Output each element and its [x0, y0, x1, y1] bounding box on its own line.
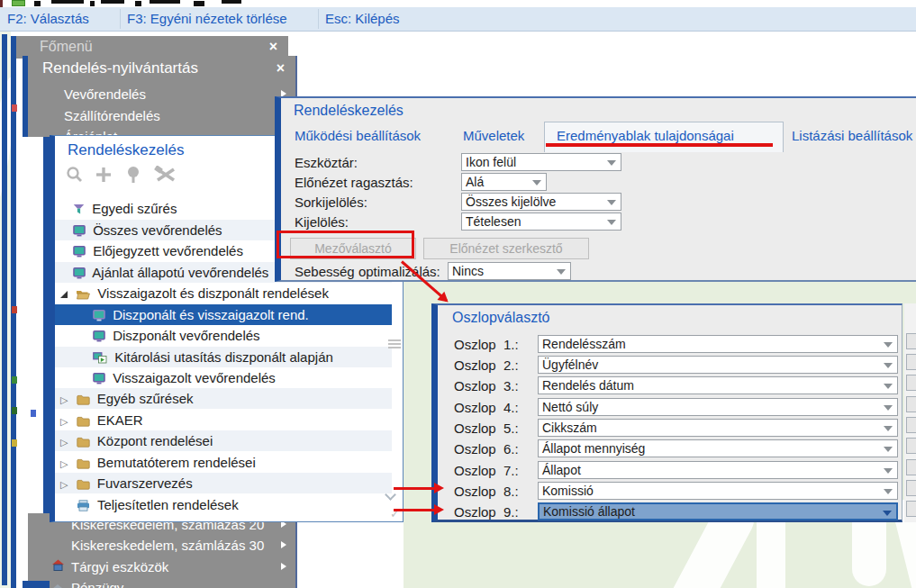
dropdown-value: Rendelés dátum — [542, 378, 634, 393]
tree-item[interactable]: ▷ Egyéb szűrések — [55, 388, 392, 409]
close-icon[interactable]: × — [269, 40, 277, 54]
column-7-dropdown[interactable]: Állapot — [538, 461, 898, 479]
view-icon — [93, 369, 105, 388]
tree-item-label: Egyéb szűrések — [97, 391, 194, 406]
tree-item[interactable]: ▷ EKAER — [55, 410, 392, 430]
kijeloles-dropdown[interactable]: Tételesen — [461, 213, 621, 231]
column-6-dropdown[interactable]: Állapot mennyiség — [538, 439, 898, 457]
hotkey-esc[interactable]: Esc: Kilépés — [325, 11, 400, 26]
clipped-control — [906, 354, 916, 370]
tab-eredmenyablak-tulajdonsagai[interactable]: Eredményablak tulajdonságai — [557, 128, 734, 143]
caret-collapsed-icon[interactable]: ▷ — [60, 412, 68, 430]
caret-collapsed-icon[interactable]: ▷ — [60, 432, 68, 451]
add-icon[interactable] — [95, 166, 113, 187]
dropdown-value: Állapot mennyiség — [542, 441, 645, 456]
column-picker-title: Oszlopválasztó — [452, 310, 550, 326]
column-8-dropdown[interactable]: Komissió — [538, 482, 898, 500]
chevron-down-icon — [884, 384, 893, 389]
tree-item[interactable]: ▷ Fuvarszervezés — [55, 473, 392, 493]
column-3-dropdown[interactable]: Rendelés dátum — [538, 376, 898, 394]
tree-item[interactable]: Teljesítetlen rendelések — [55, 494, 392, 515]
chevron-down-icon — [884, 489, 893, 494]
filter-icon — [73, 200, 85, 219]
tab-muveletek[interactable]: Műveletek — [463, 128, 524, 143]
dropdown-value: Komissió állapot — [543, 504, 635, 519]
order-menu: Rendelés-nyilvántartás × Vevőrendelés Sz… — [23, 56, 297, 137]
clipped-glyph — [90, 1, 95, 6]
menu-item[interactable]: Kiskereskedelem, számlázás 30 — [71, 538, 264, 553]
column-4-dropdown[interactable]: Nettó súly — [538, 398, 898, 416]
clipped-glyph — [150, 0, 180, 4]
tree-item-label: Visszaigazolt vevőrendelés — [113, 370, 276, 385]
clipped-menu-icon — [12, 407, 17, 414]
clipped-control — [906, 459, 916, 475]
column-row-label: Oszlop 6.: — [454, 441, 519, 457]
tree-view-icon[interactable] — [123, 166, 143, 187]
hotkey-f3[interactable]: F3: Egyéni nézetek törlése — [127, 11, 287, 26]
tree-item-selected[interactable]: Diszponált és visszaigazolt rend. — [55, 304, 392, 325]
close-icon[interactable]: × — [277, 61, 285, 76]
tab-mukodesi-beallitasok[interactable]: Működési beállítások — [295, 128, 421, 143]
clipped-glyph — [222, 0, 241, 4]
view-icon — [73, 242, 86, 261]
menu-item[interactable]: Pénzügy — [71, 580, 123, 588]
tree-item-label: Diszponált és visszaigazolt rend. — [113, 307, 309, 322]
column-1-dropdown[interactable]: Rendelésszám — [538, 335, 898, 353]
chevron-down-icon — [884, 405, 893, 411]
menu-item[interactable]: Vevőrendelés — [64, 86, 146, 102]
folder-icon — [77, 454, 90, 473]
tree-item[interactable]: ▷ Központ rendelései — [55, 430, 392, 451]
transfer-view-icon — [93, 348, 107, 367]
tree-item-label: EKAER — [97, 412, 143, 428]
dropdown-value: Ügyfélnév — [542, 357, 598, 372]
clipped-control — [906, 396, 916, 412]
column-row-label: Oszlop 5.: — [454, 421, 519, 436]
annotation-arrow-line — [394, 509, 435, 511]
settings-window-title: Rendeléskezelés — [294, 103, 404, 119]
clipped-glyph — [194, 1, 204, 6]
chevron-down-icon — [607, 200, 616, 205]
elonezet-szerkeszto-button[interactable]: Előnézet szerkesztő — [423, 238, 589, 259]
tree-item-label: Diszponált vevőrendelés — [113, 328, 259, 343]
caret-collapsed-icon[interactable]: ▷ — [60, 454, 68, 473]
caret-expanded-icon[interactable] — [60, 291, 68, 298]
chevron-down-icon — [884, 426, 893, 431]
tree-toolbar — [66, 165, 177, 188]
submenu-arrow-icon — [281, 541, 286, 548]
caret-collapsed-icon[interactable]: ▷ — [60, 390, 68, 409]
sorkijeloles-dropdown[interactable]: Összes kijelölve — [461, 193, 621, 211]
app-screen: F2: Választás F3: Egyéni nézetek törlése… — [0, 0, 916, 588]
eszkoztar-dropdown[interactable]: Ikon felül — [461, 153, 621, 171]
view-icon — [73, 222, 86, 240]
dropdown-value: Nincs — [452, 264, 484, 278]
search-icon[interactable] — [66, 166, 84, 187]
sebesseg-optimalizalas-dropdown[interactable]: Nincs — [448, 262, 571, 280]
window-border-strip — [43, 135, 50, 522]
splitter-grip[interactable] — [388, 338, 401, 350]
tree-item[interactable]: Visszaigazolt vevőrendelés — [55, 367, 392, 388]
elonezet-ragasztas-dropdown[interactable]: Alá — [461, 173, 547, 191]
menu-item[interactable]: Tárgyi eszközök — [71, 559, 168, 574]
dropdown-value: Tételesen — [466, 214, 521, 229]
window-border-strip — [11, 56, 16, 588]
tree-item[interactable]: Visszaigazolt és diszponált rendelések — [55, 283, 392, 303]
column-2-dropdown[interactable]: Ügyfélnév — [538, 356, 898, 374]
hotkey-f2[interactable]: F2: Választás — [7, 11, 89, 26]
tab-listazasi-beallitasok[interactable]: Listázási beállítások — [792, 128, 912, 143]
column-5-dropdown[interactable]: Cikkszám — [538, 419, 898, 437]
clipped-control — [906, 501, 916, 517]
dropdown-value: Állapot — [542, 463, 581, 477]
column-9-dropdown-highlighted[interactable]: Komissió állapot — [538, 502, 898, 520]
tree-item[interactable]: ▷ Bemutatóterem rendelései — [55, 452, 392, 473]
window-edge — [23, 581, 50, 588]
caret-collapsed-icon[interactable]: ▷ — [60, 475, 68, 493]
chevron-down-icon — [884, 447, 893, 452]
clipped-glyph — [135, 1, 141, 6]
tree-item-label: Kitárolási utasítás diszponált alapján — [114, 349, 333, 365]
menu-item[interactable]: Szállítórendelés — [64, 108, 160, 123]
clipped-menu-icon — [12, 376, 17, 384]
tree-item[interactable]: Kitárolási utasítás diszponált alapján — [55, 347, 392, 367]
tree-item-label: Összes vevőrendelés — [93, 222, 222, 238]
tools-icon[interactable] — [154, 166, 177, 187]
tree-item[interactable]: Diszponált vevőrendelés — [55, 325, 392, 346]
